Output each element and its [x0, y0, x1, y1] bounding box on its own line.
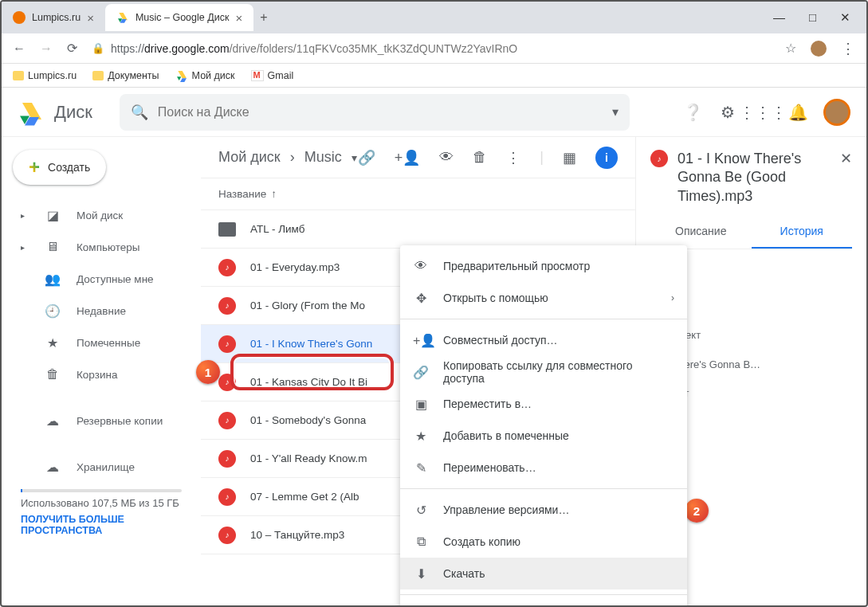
people-icon: 👥	[45, 272, 61, 287]
annotation-highlight-1	[230, 354, 394, 390]
address-bar: ← → ⟳ 🔒 https://drive.google.com/drive/f…	[2, 33, 866, 64]
url-field[interactable]: 🔒 https://drive.google.com/drive/folders…	[92, 42, 771, 55]
breadcrumb-root[interactable]: Мой диск	[218, 149, 281, 166]
ctx-move[interactable]: ▣Переместить в…	[400, 388, 687, 420]
tab-lumpics[interactable]: Lumpics.ru ×	[2, 4, 105, 31]
create-button[interactable]: + Создать	[13, 150, 106, 185]
details-toggle-icon[interactable]: i	[595, 147, 618, 169]
breadcrumb: Мой диск › Music▾	[218, 149, 357, 166]
ctx-versions[interactable]: ↺Управление версиями…	[400, 494, 687, 526]
ctx-download[interactable]: ⬇Скачать	[400, 558, 687, 589]
header-actions: ❔ ⚙ ⋮⋮⋮ 🔔	[683, 99, 850, 126]
reload-button[interactable]: ⟳	[67, 41, 77, 56]
sidebar-item-recent[interactable]: 🕘Недавние	[2, 295, 201, 327]
open-with-icon: ✥	[413, 291, 429, 306]
search-box[interactable]: 🔍 ▾	[120, 94, 630, 131]
profile-avatar-small[interactable]	[811, 41, 827, 57]
context-menu: 👁Предварительный просмотр ✥Открыть с пом…	[400, 245, 687, 607]
sort-asc-icon: ↑	[271, 188, 277, 200]
ctx-rename[interactable]: ✎Переименовать…	[400, 452, 687, 484]
close-icon[interactable]: ×	[235, 11, 242, 25]
person-add-icon: +👤	[413, 333, 429, 348]
drive-logo[interactable]: Диск	[18, 98, 92, 127]
account-avatar[interactable]	[823, 99, 850, 126]
plus-icon: +	[29, 156, 40, 178]
gear-icon[interactable]: ⚙	[718, 103, 737, 122]
audio-icon: ♪	[218, 297, 236, 315]
folder-move-icon: ▣	[413, 397, 429, 412]
help-icon[interactable]: ❔	[683, 103, 702, 122]
more-icon[interactable]: ⋮	[506, 149, 520, 166]
search-icon: 🔍	[131, 104, 148, 121]
ctx-openwith[interactable]: ✥Открыть с помощью›	[400, 282, 687, 314]
sidebar-item-starred[interactable]: ★Помеченные	[2, 327, 201, 358]
preview-icon[interactable]: 👁	[439, 149, 454, 166]
ctx-preview[interactable]: 👁Предварительный просмотр	[400, 250, 687, 282]
apps-grid-icon[interactable]: ⋮⋮⋮	[753, 103, 772, 122]
browser-tabstrip: Lumpics.ru × Music – Google Диск × + — □…	[2, 2, 866, 33]
window-controls: — □ ✕	[773, 10, 858, 25]
history-icon: ↺	[413, 503, 429, 518]
ctx-copy[interactable]: ⧉Создать копию	[400, 526, 687, 558]
grid-view-icon[interactable]: ▦	[563, 149, 576, 166]
cloud-outline-icon: ☁	[45, 460, 61, 475]
get-more-storage-link[interactable]: ПОЛУЧИТЬ БОЛЬШЕ ПРОСТРАНСТВА	[21, 514, 182, 536]
drive-logo-icon	[18, 98, 46, 127]
maximize-button[interactable]: □	[809, 10, 816, 25]
create-label: Создать	[48, 161, 90, 174]
chevron-right-icon: ›	[671, 292, 674, 304]
link-icon: 🔗	[413, 365, 429, 380]
bookmark-lumpics[interactable]: Lumpics.ru	[13, 70, 77, 81]
bookmarks-bar: Lumpics.ru Документы Мой диск Gmail	[2, 64, 866, 88]
breadcrumb-folder[interactable]: Music▾	[304, 149, 357, 166]
get-link-icon[interactable]: 🔗	[358, 149, 375, 166]
tab-drive[interactable]: Music – Google Диск ×	[105, 4, 253, 31]
detail-title: 01 - I Know There's Gonna Be (Good Times…	[678, 150, 831, 206]
forward-button[interactable]: →	[40, 41, 53, 56]
chevron-down-icon: ▾	[352, 151, 357, 164]
ctx-get-link[interactable]: 🔗Копировать ссылку для совместного досту…	[400, 356, 687, 388]
toolbar-actions: 🔗 +👤 👁 🗑 ⋮ | ▦ i	[358, 147, 618, 169]
share-icon[interactable]: +👤	[395, 149, 421, 166]
copy-icon: ⧉	[413, 535, 429, 549]
close-icon[interactable]: ✕	[840, 150, 852, 167]
audio-icon: ♪	[218, 335, 236, 353]
new-tab-button[interactable]: +	[260, 10, 267, 25]
back-button[interactable]: ←	[13, 41, 26, 56]
folder-icon	[218, 222, 236, 237]
bookmark-star-icon[interactable]: ☆	[785, 41, 796, 56]
folder-icon	[92, 71, 104, 80]
tab-history[interactable]: История	[752, 225, 853, 249]
audio-icon: ♪	[218, 450, 236, 468]
close-window-button[interactable]: ✕	[840, 10, 850, 25]
audio-icon: ♪	[650, 150, 668, 167]
sidebar-item-trash[interactable]: 🗑Корзина	[2, 358, 201, 390]
minimize-button[interactable]: —	[773, 10, 785, 25]
file-row-folder[interactable]: АТL - Лимб	[201, 210, 635, 249]
storage-bar	[21, 489, 182, 492]
clock-icon: 🕘	[45, 304, 61, 319]
column-header-name[interactable]: Название ↑	[201, 178, 635, 210]
bookmark-documents[interactable]: Документы	[92, 70, 159, 81]
ctx-share[interactable]: +👤Совместный доступ…	[400, 324, 687, 356]
ctx-delete[interactable]: 🗑Удалить	[400, 600, 687, 607]
audio-icon: ♪	[218, 259, 236, 276]
star-icon: ★	[413, 429, 429, 444]
sidebar-item-mydrive[interactable]: ▸◪Мой диск	[2, 199, 201, 231]
bookmark-mydrive[interactable]: Мой диск	[175, 69, 235, 82]
browser-menu-button[interactable]: ⋮	[841, 40, 855, 57]
sidebar-item-storage[interactable]: ☁Хранилище	[2, 451, 201, 483]
trash-icon[interactable]: 🗑	[473, 149, 487, 166]
folder-icon	[13, 71, 24, 80]
sidebar-item-backups[interactable]: ☁Резервные копии	[2, 405, 201, 437]
search-input[interactable]	[158, 105, 612, 119]
notifications-icon[interactable]: 🔔	[788, 103, 807, 122]
close-icon[interactable]: ×	[87, 11, 94, 25]
search-dropdown-icon[interactable]: ▾	[612, 104, 619, 119]
sidebar-item-shared[interactable]: 👥Доступные мне	[2, 263, 201, 295]
ctx-star[interactable]: ★Добавить в помеченные	[400, 420, 687, 452]
sidebar-item-computers[interactable]: ▸🖥Компьютеры	[2, 231, 201, 263]
download-icon: ⬇	[413, 566, 429, 582]
bookmark-gmail[interactable]: Gmail	[251, 70, 294, 81]
drive-favicon	[116, 11, 129, 24]
